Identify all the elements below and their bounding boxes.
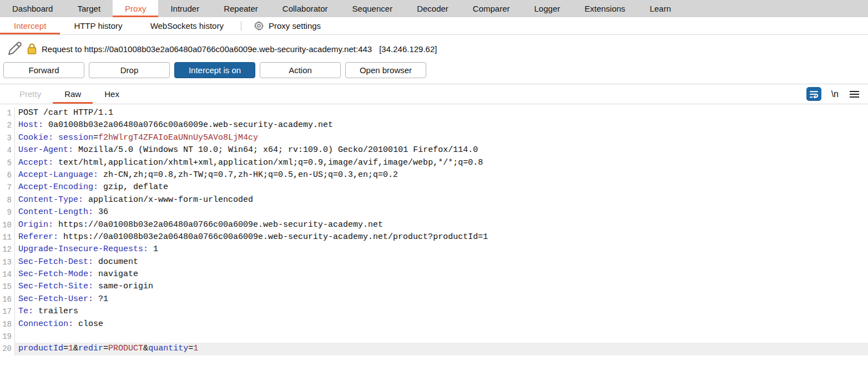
menubar: DashboardTargetProxyIntruderRepeaterColl… bbox=[0, 0, 868, 17]
menubar-item-extensions[interactable]: Extensions bbox=[572, 0, 637, 17]
intercept-actions: ForwardDropIntercept is onActionOpen bro… bbox=[0, 60, 868, 84]
menubar-item-target[interactable]: Target bbox=[65, 0, 113, 17]
line-number: 6 bbox=[0, 169, 15, 181]
request-line[interactable]: 20productId=1&redir=PRODUCT&quantity=1 bbox=[0, 343, 868, 355]
menubar-item-intruder[interactable]: Intruder bbox=[158, 0, 211, 17]
proxy-settings-label: Proxy settings bbox=[269, 21, 321, 30]
tls-lock-icon bbox=[27, 43, 37, 55]
line-number: 15 bbox=[0, 281, 15, 293]
view-tab-raw[interactable]: Raw bbox=[53, 84, 93, 104]
line-number: 4 bbox=[0, 144, 15, 156]
open-browser-button[interactable]: Open browser bbox=[345, 62, 426, 78]
request-line[interactable]: 17Te: trailers bbox=[0, 306, 868, 318]
line-content[interactable]: POST /cart HTTP/1.1 bbox=[15, 107, 868, 119]
menubar-item-logger[interactable]: Logger bbox=[522, 0, 573, 17]
line-number: 19 bbox=[0, 330, 15, 343]
request-line[interactable]: 15Sec-Fetch-Site: same-origin bbox=[0, 281, 868, 293]
subtab-intercept[interactable]: Intercept bbox=[0, 17, 60, 34]
line-content[interactable]: Referer: https://0a01008b03e2a06480a0766… bbox=[15, 231, 868, 243]
line-number: 13 bbox=[0, 256, 15, 268]
request-line[interactable]: 10Origin: https://0a01008b03e2a06480a076… bbox=[0, 219, 868, 231]
request-line[interactable]: 12Upgrade-Insecure-Requests: 1 bbox=[0, 243, 868, 256]
line-number: 14 bbox=[0, 268, 15, 281]
line-content[interactable]: Upgrade-Insecure-Requests: 1 bbox=[15, 243, 868, 256]
line-content[interactable]: Te: trailers bbox=[15, 306, 868, 318]
message-view-tabs: PrettyRawHex \n bbox=[0, 84, 868, 104]
request-line[interactable]: 1POST /cart HTTP/1.1 bbox=[0, 107, 868, 119]
request-line[interactable]: 5Accept: text/html,application/xhtml+xml… bbox=[0, 157, 868, 169]
show-newlines-toggle[interactable]: \n bbox=[831, 89, 839, 99]
menubar-item-repeater[interactable]: Repeater bbox=[211, 0, 270, 17]
line-content[interactable]: Content-Length: 36 bbox=[15, 206, 868, 218]
line-number: 11 bbox=[0, 231, 15, 243]
subtab-http-history[interactable]: HTTP history bbox=[60, 17, 136, 34]
request-line[interactable]: 6Accept-Language: zh-CN,zh;q=0.8,zh-TW;q… bbox=[0, 169, 868, 181]
line-content[interactable]: Origin: https://0a01008b03e2a06480a0766c… bbox=[15, 219, 868, 231]
view-tab-items: PrettyRawHex bbox=[8, 84, 131, 104]
subtab-items: InterceptHTTP historyWebSockets history bbox=[0, 17, 238, 34]
menubar-item-proxy[interactable]: Proxy bbox=[113, 0, 158, 17]
line-number: 20 bbox=[0, 343, 15, 355]
line-content[interactable]: Cookie: session=f2hWlrgT4ZFAIoEaUNnUy5AV… bbox=[15, 132, 868, 144]
menubar-item-sequencer[interactable]: Sequencer bbox=[340, 0, 405, 17]
line-number: 3 bbox=[0, 132, 15, 144]
request-line[interactable]: 18Connection: close bbox=[0, 318, 868, 330]
request-line[interactable]: 16Sec-Fetch-User: ?1 bbox=[0, 293, 868, 306]
request-ip: [34.246.129.62] bbox=[379, 44, 437, 54]
line-content[interactable]: User-Agent: Mozilla/5.0 (Windows NT 10.0… bbox=[15, 144, 868, 156]
line-content[interactable]: Connection: close bbox=[15, 318, 868, 330]
line-content[interactable]: Content-Type: application/x-www-form-url… bbox=[15, 194, 868, 206]
line-number: 1 bbox=[0, 107, 15, 119]
tab-proxy-settings[interactable]: Proxy settings bbox=[245, 17, 330, 34]
menubar-item-decoder[interactable]: Decoder bbox=[405, 0, 461, 17]
request-line[interactable]: 4User-Agent: Mozilla/5.0 (Windows NT 10.… bbox=[0, 144, 868, 156]
line-content[interactable]: productId=1&redir=PRODUCT&quantity=1 bbox=[15, 343, 868, 355]
drop-button[interactable]: Drop bbox=[89, 62, 170, 78]
line-content[interactable]: Sec-Fetch-Dest: document bbox=[15, 256, 868, 268]
line-number: 10 bbox=[0, 219, 15, 231]
raw-request-editor[interactable]: 1POST /cart HTTP/1.12Host: 0a01008b03e2a… bbox=[0, 104, 868, 355]
line-content[interactable]: Accept-Language: zh-CN,zh;q=0.8,zh-TW;q=… bbox=[15, 169, 868, 181]
forward-button[interactable]: Forward bbox=[3, 62, 84, 78]
subtab-websockets-history[interactable]: WebSockets history bbox=[137, 17, 238, 34]
proxy-subtabs: InterceptHTTP historyWebSockets history … bbox=[0, 17, 868, 35]
request-line[interactable]: 7Accept-Encoding: gzip, deflate bbox=[0, 181, 868, 194]
subtab-divider bbox=[241, 21, 241, 31]
intercept-is-on-button[interactable]: Intercept is on bbox=[174, 62, 255, 78]
menubar-item-collaborator[interactable]: Collaborator bbox=[270, 0, 340, 17]
line-content[interactable]: Host: 0a01008b03e2a06480a0766c00a6009e.w… bbox=[15, 119, 868, 131]
menubar-item-dashboard[interactable]: Dashboard bbox=[0, 0, 65, 17]
line-number: 18 bbox=[0, 318, 15, 330]
edit-pencil-icon[interactable] bbox=[6, 41, 22, 57]
request-target-text: Request to https://0a01008b03e2a06480a07… bbox=[42, 44, 372, 54]
line-number: 12 bbox=[0, 243, 15, 256]
request-line[interactable]: 2Host: 0a01008b03e2a06480a0766c00a6009e.… bbox=[0, 119, 868, 131]
line-number: 5 bbox=[0, 157, 15, 169]
request-line[interactable]: 9Content-Length: 36 bbox=[0, 206, 868, 218]
line-number: 7 bbox=[0, 181, 15, 194]
editor-menu-icon[interactable] bbox=[850, 91, 859, 98]
soft-wrap-toggle-icon[interactable] bbox=[806, 87, 821, 101]
request-line[interactable]: 13Sec-Fetch-Dest: document bbox=[0, 256, 868, 268]
line-number: 17 bbox=[0, 306, 15, 318]
request-line[interactable]: 19 bbox=[0, 330, 868, 343]
request-line[interactable]: 3Cookie: session=f2hWlrgT4ZFAIoEaUNnUy5A… bbox=[0, 132, 868, 144]
action-button[interactable]: Action bbox=[260, 62, 341, 78]
request-line[interactable]: 11Referer: https://0a01008b03e2a06480a07… bbox=[0, 231, 868, 243]
line-content[interactable]: Accept: text/html,application/xhtml+xml,… bbox=[15, 157, 868, 169]
request-info-bar: Request to https://0a01008b03e2a06480a07… bbox=[0, 35, 868, 60]
menubar-item-learn[interactable]: Learn bbox=[638, 0, 683, 17]
line-content[interactable] bbox=[15, 330, 868, 343]
line-number: 8 bbox=[0, 194, 15, 206]
view-tab-pretty: Pretty bbox=[8, 84, 53, 104]
line-content[interactable]: Sec-Fetch-Site: same-origin bbox=[15, 281, 868, 293]
view-tab-hex[interactable]: Hex bbox=[93, 84, 131, 104]
request-line[interactable]: 8Content-Type: application/x-www-form-ur… bbox=[0, 194, 868, 206]
line-content[interactable]: Sec-Fetch-Mode: navigate bbox=[15, 268, 868, 281]
menubar-item-comparer[interactable]: Comparer bbox=[461, 0, 522, 17]
request-line[interactable]: 14Sec-Fetch-Mode: navigate bbox=[0, 268, 868, 281]
gear-icon bbox=[254, 21, 264, 31]
line-content[interactable]: Sec-Fetch-User: ?1 bbox=[15, 293, 868, 306]
line-number: 2 bbox=[0, 119, 15, 131]
line-content[interactable]: Accept-Encoding: gzip, deflate bbox=[15, 181, 868, 194]
